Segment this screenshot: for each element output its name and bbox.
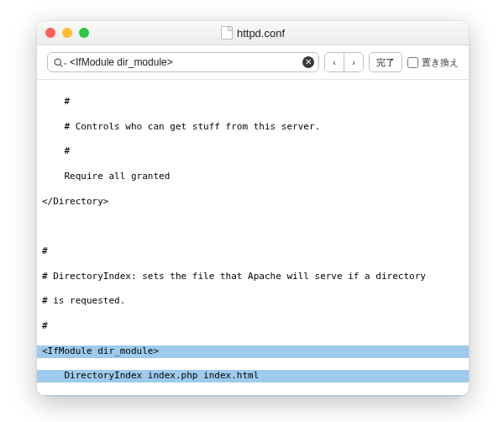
find-nav-group: ‹ ›	[324, 52, 364, 72]
code-line-selected: </IfModule>	[37, 395, 469, 396]
find-toolbar: ⌄ ✕ ‹ › 完了 置き換え	[37, 45, 469, 80]
code-line: # DirectoryIndex: sets the file that Apa…	[37, 271, 469, 283]
code-line: Require all granted	[37, 171, 469, 183]
code-line: #	[37, 145, 469, 158]
close-icon[interactable]	[45, 28, 55, 38]
minimize-icon[interactable]	[62, 28, 72, 38]
search-field-wrap[interactable]: ⌄ ✕	[47, 52, 319, 72]
window-controls	[45, 28, 89, 38]
code-line	[37, 220, 469, 233]
svg-point-0	[55, 59, 60, 65]
code-line: # is requested.	[37, 295, 469, 308]
document-icon	[221, 26, 233, 40]
replace-toggle[interactable]: 置き換え	[407, 56, 459, 69]
find-previous-button[interactable]: ‹	[325, 53, 344, 71]
window-title: httpd.conf	[37, 26, 469, 40]
code-line: #	[37, 96, 469, 108]
done-button[interactable]: 完了	[369, 52, 402, 72]
find-next-button[interactable]: ›	[344, 53, 363, 71]
titlebar: httpd.conf	[37, 21, 469, 45]
filename-label: httpd.conf	[237, 27, 285, 40]
code-line-selected: <IfModule dir_module>	[37, 346, 469, 358]
replace-checkbox[interactable]	[407, 57, 418, 68]
code-line-selected: DirectoryIndex index.php index.html	[37, 370, 469, 382]
editor-area[interactable]: # # Controls who can get stuff from this…	[37, 80, 469, 396]
maximize-icon[interactable]	[79, 28, 89, 38]
search-input[interactable]	[68, 55, 298, 69]
code-line: #	[37, 245, 469, 258]
clear-search-button[interactable]: ✕	[302, 56, 314, 68]
replace-label: 置き換え	[422, 56, 459, 69]
search-scope-dropdown-icon[interactable]: ⌄	[62, 58, 69, 66]
code-line: </Directory>	[37, 196, 469, 208]
editor-window: httpd.conf ⌄ ✕ ‹ › 完了 置き換え # # Controls …	[37, 21, 469, 396]
code-line: # Controls who can get stuff from this s…	[37, 121, 469, 134]
code-line: #	[37, 320, 469, 333]
